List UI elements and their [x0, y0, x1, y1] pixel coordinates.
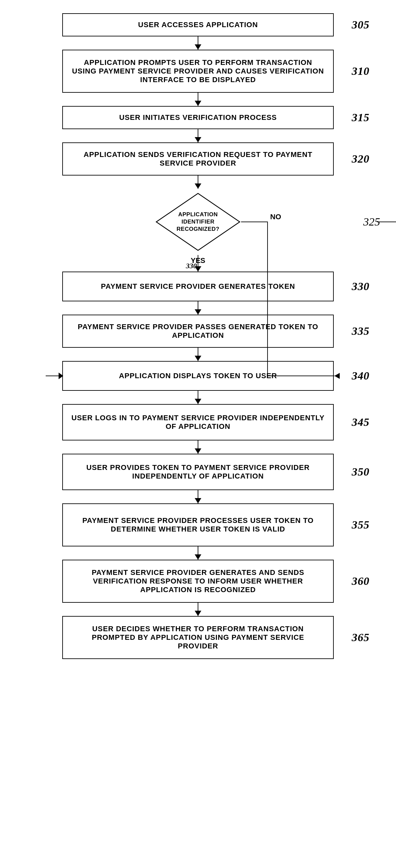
box-310-text: APPLICATION PROMPTS USER TO PERFORM TRAN…	[71, 58, 325, 84]
arrow-9	[198, 440, 198, 454]
label-365: 365	[352, 631, 369, 644]
no-arrow-incoming	[46, 376, 63, 376]
no-branch-horizontal	[377, 222, 396, 222]
label-315: 315	[352, 111, 369, 124]
label-310: 310	[352, 65, 369, 78]
box-320: APPLICATION SENDS VERIFICATION REQUEST T…	[62, 143, 334, 176]
step-365: USER DECIDES WHETHER TO PERFORM TRANSACT…	[0, 616, 396, 659]
arrow-4	[198, 176, 198, 189]
box-365-text: USER DECIDES WHETHER TO PERFORM TRANSACT…	[71, 625, 325, 650]
step-305: USER ACCESSES APPLICATION 305	[0, 13, 396, 36]
step-330: PAYMENT SERVICE PROVIDER GENERATES TOKEN…	[0, 272, 396, 301]
box-330: PAYMENT SERVICE PROVIDER GENERATES TOKEN…	[62, 272, 334, 301]
step-355: PAYMENT SERVICE PROVIDER PROCESSES USER …	[0, 503, 396, 547]
label-350: 350	[352, 466, 369, 478]
step-325: APPLICATION IDENTIFIER RECOGNIZED? 325 Y…	[0, 189, 396, 255]
box-315: USER INITIATES VERIFICATION PROCESS 315	[62, 106, 334, 129]
label-360: 360	[352, 575, 369, 588]
box-355-text: PAYMENT SERVICE PROVIDER PROCESSES USER …	[71, 516, 325, 533]
label-345: 345	[352, 416, 369, 429]
step-360: PAYMENT SERVICE PROVIDER GENERATES AND S…	[0, 560, 396, 603]
box-365: USER DECIDES WHETHER TO PERFORM TRANSACT…	[62, 616, 334, 659]
box-315-text: USER INITIATES VERIFICATION PROCESS	[119, 113, 277, 122]
arrow-1	[198, 36, 198, 50]
arrow-7	[198, 348, 198, 361]
diamond-wrap-325: APPLICATION IDENTIFIER RECOGNIZED? 325 Y…	[62, 189, 334, 255]
step-335: PAYMENT SERVICE PROVIDER PASSES GENERATE…	[0, 315, 396, 348]
box-355: PAYMENT SERVICE PROVIDER PROCESSES USER …	[62, 503, 334, 547]
box-360-text: PAYMENT SERVICE PROVIDER GENERATES AND S…	[71, 568, 325, 594]
label-330: 330	[352, 280, 369, 293]
label-305: 305	[352, 19, 369, 31]
arrow-5	[198, 255, 198, 272]
arrow-6	[198, 301, 198, 315]
label-320: 320	[352, 153, 369, 165]
arrow-3	[198, 129, 198, 143]
box-345: USER LOGS IN TO PAYMENT SERVICE PROVIDER…	[62, 404, 334, 440]
box-350: USER PROVIDES TOKEN TO PAYMENT SERVICE P…	[62, 454, 334, 490]
step-340: APPLICATION DISPLAYS TOKEN TO USER 340	[0, 361, 396, 391]
box-310: APPLICATION PROMPTS USER TO PERFORM TRAN…	[62, 50, 334, 93]
step-350: USER PROVIDES TOKEN TO PAYMENT SERVICE P…	[0, 454, 396, 490]
diamond-325-text: APPLICATION IDENTIFIER RECOGNIZED?	[155, 211, 241, 233]
box-360: PAYMENT SERVICE PROVIDER GENERATES AND S…	[62, 560, 334, 603]
box-320-text: APPLICATION SENDS VERIFICATION REQUEST T…	[71, 150, 325, 167]
arrow-2	[198, 93, 198, 106]
diamond-325: APPLICATION IDENTIFIER RECOGNIZED?	[155, 192, 241, 252]
arrow-8	[198, 391, 198, 404]
label-355: 355	[352, 519, 369, 531]
arrow-10	[198, 490, 198, 503]
step-320: APPLICATION SENDS VERIFICATION REQUEST T…	[0, 143, 396, 176]
label-340: 340	[352, 370, 369, 382]
step-310: APPLICATION PROMPTS USER TO PERFORM TRAN…	[0, 50, 396, 93]
box-305: USER ACCESSES APPLICATION 305	[62, 13, 334, 36]
box-305-text: USER ACCESSES APPLICATION	[138, 21, 258, 29]
flowchart-diagram: USER ACCESSES APPLICATION 305 APPLICATIO…	[0, 0, 396, 868]
box-350-text: USER PROVIDES TOKEN TO PAYMENT SERVICE P…	[71, 463, 325, 480]
box-340-text: APPLICATION DISPLAYS TOKEN TO USER	[119, 372, 277, 380]
arrow-11	[198, 547, 198, 560]
label-335: 335	[352, 325, 369, 338]
box-330-text: PAYMENT SERVICE PROVIDER GENERATES TOKEN	[101, 282, 295, 291]
box-340: APPLICATION DISPLAYS TOKEN TO USER 340	[62, 361, 334, 391]
box-335: PAYMENT SERVICE PROVIDER PASSES GENERATE…	[62, 315, 334, 348]
arrow-12	[198, 603, 198, 616]
step-315: USER INITIATES VERIFICATION PROCESS 315	[0, 106, 396, 129]
step-345: USER LOGS IN TO PAYMENT SERVICE PROVIDER…	[0, 404, 396, 440]
box-335-text: PAYMENT SERVICE PROVIDER PASSES GENERATE…	[71, 322, 325, 340]
box-345-text: USER LOGS IN TO PAYMENT SERVICE PROVIDER…	[71, 414, 325, 431]
